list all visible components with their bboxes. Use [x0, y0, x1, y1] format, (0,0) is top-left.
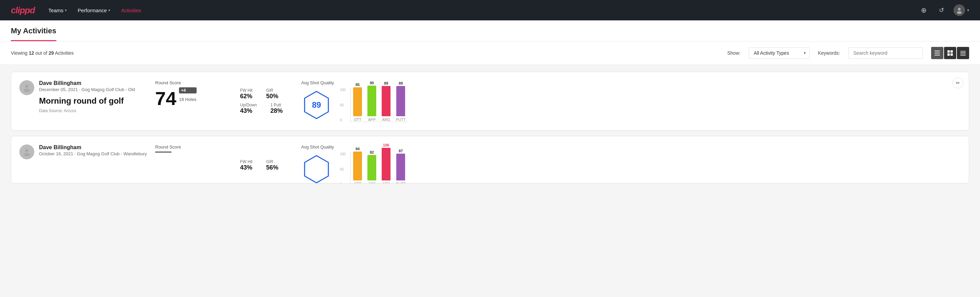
logo[interactable]: clippd — [11, 5, 35, 16]
bar-arg-bar — [382, 86, 390, 116]
user-name: Dave Billingham — [39, 80, 135, 86]
nav-activities[interactable]: Activities — [121, 8, 141, 13]
svg-point-13 — [25, 85, 29, 88]
svg-point-17 — [24, 153, 30, 156]
y-label-50: 50 — [340, 103, 346, 107]
page-title: My Activities — [11, 21, 56, 41]
svg-rect-6 — [950, 50, 953, 53]
bar-arg-label-2: ARG — [382, 182, 390, 184]
bar-app-value: 90 — [370, 81, 374, 85]
bar-chart-inner: 85 OTT 90 APP — [350, 88, 409, 122]
list-view-button[interactable] — [931, 47, 943, 59]
bar-putt-2: 87 PUTT — [396, 149, 406, 184]
svg-point-14 — [24, 89, 30, 92]
bar-ott-value-2: 94 — [356, 147, 360, 151]
bar-arg-label: ARG — [382, 118, 390, 121]
activity-card: Dave Billingham October 16, 2021 · Gog M… — [11, 136, 969, 184]
search-input[interactable] — [848, 47, 923, 59]
svg-rect-7 — [947, 53, 950, 56]
quality-score: 89 — [312, 100, 321, 110]
y-axis: 100 50 0 — [340, 88, 346, 122]
fw-hit-stat: FW Hit 43% — [240, 160, 253, 171]
svg-rect-3 — [934, 53, 940, 53]
one-putt-stat: 1 Putt 28% — [270, 103, 283, 115]
user-avatar — [19, 144, 34, 160]
bar-app-bar — [368, 86, 376, 116]
bar-putt: 89 PUTT — [396, 81, 406, 121]
activity-card: ✏ Dave Billingham December 05, 2021 · Go… — [11, 72, 969, 131]
nav-teams[interactable]: Teams ▾ — [49, 8, 67, 13]
add-icon[interactable]: ⊕ — [918, 5, 929, 16]
mini-stats: FW Hit 43% GIR 56% — [240, 144, 294, 184]
activity-type-select[interactable]: All Activity Types — [749, 47, 810, 59]
bar-putt-label-2: PUTT — [396, 182, 406, 184]
score-number: 74 — [155, 89, 176, 108]
navbar: clippd Teams ▾ Performance ▾ Activities … — [0, 0, 980, 21]
user-avatar-nav[interactable]: ▾ — [953, 5, 969, 16]
teams-chevron-icon: ▾ — [65, 8, 67, 13]
user-info: Dave Billingham December 05, 2021 · Gog … — [39, 80, 135, 113]
user-avatar — [19, 80, 34, 95]
gir-label: GIR — [266, 160, 278, 164]
bar-ott-bar-2 — [353, 152, 362, 180]
nav-performance[interactable]: Performance ▾ — [78, 8, 110, 13]
activity-type-dropdown[interactable]: All Activity Types ▾ — [749, 47, 810, 59]
bar-app-value-2: 82 — [370, 150, 374, 154]
round-score-label: Round Score — [155, 144, 233, 150]
score-placeholder — [155, 152, 172, 153]
fw-hit-value: 43% — [240, 164, 253, 171]
gir-stat: GIR 56% — [266, 160, 278, 171]
viewing-count: 12 — [29, 50, 34, 56]
hexagon-svg — [301, 154, 332, 184]
svg-rect-5 — [947, 50, 950, 53]
round-score-section: Round Score 74 +4 18 Holes — [155, 80, 233, 122]
bar-putt-bar-2 — [396, 153, 405, 180]
bar-app-label-2: APP — [368, 182, 375, 184]
card-body: Dave Billingham December 05, 2021 · Gog … — [19, 80, 961, 122]
svg-point-0 — [958, 8, 961, 11]
score-display: 74 +4 18 Holes — [155, 87, 233, 108]
score-holes: 18 Holes — [179, 97, 196, 102]
svg-marker-18 — [305, 156, 328, 183]
bar-ott-bar — [353, 87, 362, 116]
bar-arg-value-2: 106 — [383, 143, 389, 147]
bar-chart-inner-2: 94 OTT 82 APP — [350, 152, 409, 184]
gir-stat: GIR 50% — [266, 88, 278, 100]
svg-rect-4 — [934, 55, 940, 55]
viewing-text: Viewing 12 out of 29 Activities — [11, 50, 719, 56]
up-down-value: 43% — [240, 107, 257, 115]
bar-app-2: 82 APP — [368, 150, 376, 184]
viewing-total: 29 — [49, 50, 54, 56]
one-putt-value: 28% — [270, 107, 283, 115]
fw-hit-label: FW Hit — [240, 160, 253, 164]
mini-stats: FW Hit 62% GIR 50% Up/Down 43% 1 Putt — [240, 80, 294, 122]
y-label-100-2: 100 — [340, 152, 346, 156]
round-score-section: Round Score — [155, 144, 233, 184]
svg-rect-8 — [950, 53, 953, 56]
avg-shot-quality: Avg Shot Quality 100 50 0 — [301, 144, 961, 184]
fw-hit-value: 62% — [240, 93, 253, 100]
card-left: Dave Billingham October 16, 2021 · Gog M… — [19, 144, 148, 184]
view-toggles — [931, 47, 969, 59]
card-left: Dave Billingham December 05, 2021 · Gog … — [19, 80, 148, 122]
card-body: Dave Billingham October 16, 2021 · Gog M… — [19, 144, 961, 184]
bar-arg: 89 ARG — [382, 81, 390, 121]
refresh-icon[interactable]: ↺ — [936, 5, 947, 16]
quality-hexagon: 89 — [301, 90, 332, 120]
edit-button[interactable]: ✏ — [953, 77, 963, 88]
avatar-circle — [953, 5, 965, 16]
svg-rect-9 — [960, 51, 966, 52]
bar-arg-value: 89 — [384, 81, 388, 85]
compact-view-button[interactable] — [957, 47, 969, 59]
bar-putt-value: 89 — [399, 81, 403, 85]
y-label-0-2: 0 — [340, 182, 346, 184]
y-label-0: 0 — [340, 118, 346, 122]
quality-hexagon — [301, 154, 332, 184]
bar-chart-wrapper-2: 100 50 0 94 OTT — [340, 152, 409, 184]
activity-title: Morning round of golf — [39, 96, 135, 106]
svg-point-1 — [957, 11, 962, 14]
y-axis-2: 100 50 0 — [340, 152, 346, 184]
fw-hit-label: FW Hit — [240, 88, 253, 93]
grid-view-button[interactable] — [944, 47, 956, 59]
compact-icon — [960, 50, 966, 56]
